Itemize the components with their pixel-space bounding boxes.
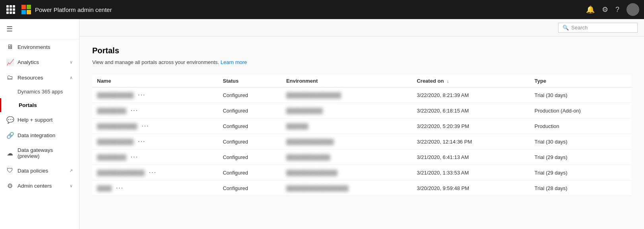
topbar-icons: 🔔 ⚙ ?	[586, 3, 639, 16]
table-row: ██████████ ··· Configured █████████████ …	[92, 134, 631, 149]
admincenters-icon: ⚙	[6, 182, 14, 190]
page-desc-text: View and manage all portals across your …	[92, 59, 219, 65]
learn-more-link[interactable]: Learn more	[221, 59, 247, 65]
cell-type: Production	[530, 118, 631, 134]
notification-icon[interactable]: 🔔	[586, 5, 595, 14]
environment-name: ██████████████	[286, 170, 338, 176]
cell-type: Trial (30 days)	[530, 87, 631, 103]
cell-created-on: 3/21/2020, 1:33:53 AM	[412, 165, 530, 180]
cell-created-on: 3/22/2020, 6:18:15 AM	[412, 103, 530, 118]
cell-type: Production (Add-on)	[530, 103, 631, 118]
table-row: ████████ ··· Configured ██████████ 3/22/…	[92, 103, 631, 118]
col-status: Status	[218, 75, 281, 87]
cell-type: Trial (28 days)	[530, 180, 631, 196]
sidebar-item-dataintegration[interactable]: 🔗 Data integration	[0, 128, 79, 143]
helpsupport-icon: 💬	[6, 116, 14, 124]
sidebar-analytics-label: Analytics	[17, 59, 70, 65]
help-icon[interactable]: ?	[615, 6, 619, 14]
sidebar-datapolicies-label: Data policies	[17, 168, 68, 174]
portal-name: ████████	[97, 154, 126, 160]
cell-status: Configured	[218, 180, 281, 196]
cell-status: Configured	[218, 103, 281, 118]
cell-environment: ██████████	[281, 103, 412, 118]
col-created-on[interactable]: Created on ↓	[412, 75, 530, 87]
page-title: Portals	[92, 46, 631, 55]
row-options-button[interactable]: ···	[138, 138, 145, 145]
hamburger-icon[interactable]: ☰	[6, 25, 13, 33]
environments-icon: 🖥	[6, 43, 14, 50]
sidebar-item-portals[interactable]: Portals	[0, 98, 79, 112]
sidebar-item-dynamics365[interactable]: Dynamics 365 apps	[0, 85, 79, 98]
portal-name: ██████████	[97, 92, 134, 98]
search-icon: 🔍	[563, 25, 569, 31]
cell-created-on: 3/22/2020, 8:21:39 AM	[412, 87, 530, 103]
settings-icon[interactable]: ⚙	[602, 5, 608, 14]
row-options-button[interactable]: ···	[138, 91, 145, 98]
datagateways-icon: ☁	[6, 149, 14, 157]
svg-rect-0	[21, 5, 26, 9]
portal-name: ██████████	[97, 139, 134, 145]
portal-name: █████████████	[97, 170, 145, 176]
cell-type: Trial (30 days)	[530, 134, 631, 149]
environment-name: █████████████	[286, 139, 334, 145]
environment-name: ███████████████	[286, 92, 341, 98]
environment-name: ████████████	[286, 154, 330, 160]
cell-type: Trial (29 days)	[530, 149, 631, 165]
cell-status: Configured	[218, 118, 281, 134]
svg-rect-3	[27, 10, 31, 14]
portals-table: Name Status Environment Created on ↓ Typ…	[92, 75, 631, 196]
sidebar-datagateways-label: Data gateways (preview)	[17, 147, 73, 159]
resources-chevron-icon: ∧	[70, 75, 73, 80]
row-options-button[interactable]: ···	[116, 184, 124, 191]
sidebar-item-environments[interactable]: 🖥 Environments	[0, 39, 79, 54]
sidebar-item-resources[interactable]: 🗂 Resources ∧	[0, 70, 79, 85]
table-row: ████████ ··· Configured ████████████ 3/2…	[92, 149, 631, 165]
user-avatar[interactable]	[627, 3, 639, 16]
cell-status: Configured	[218, 87, 281, 103]
search-box[interactable]: 🔍 Search	[558, 23, 638, 33]
sidebar-item-helpsupport[interactable]: 💬 Help + support	[0, 112, 79, 128]
sidebar-item-datapolicies[interactable]: 🛡 Data policies ↗	[0, 163, 79, 178]
row-options-button[interactable]: ···	[131, 153, 138, 160]
environment-name: ██████████	[286, 108, 323, 114]
sidebar-item-admincenters[interactable]: ⚙ Admin centers ∨	[0, 178, 79, 194]
content-body: Portals View and manage all portals acro…	[80, 37, 644, 229]
content-area: 🔍 Search Portals View and manage all por…	[80, 19, 644, 229]
content-toolbar: 🔍 Search	[80, 19, 644, 37]
sidebar-resources-label: Resources	[17, 75, 70, 81]
row-options-button[interactable]: ···	[142, 122, 149, 129]
sidebar-item-datagateways[interactable]: ☁ Data gateways (preview)	[0, 143, 79, 163]
cell-environment: ██████████████	[281, 165, 412, 180]
portal-name: ███████████	[97, 123, 137, 129]
col-type: Type	[530, 75, 631, 87]
sidebar-header: ☰	[0, 19, 79, 39]
cell-created-on: 3/20/2020, 9:59:48 PM	[412, 180, 530, 196]
environment-name: █████████████████	[286, 185, 349, 191]
sidebar-item-analytics[interactable]: 📈 Analytics ∨	[0, 54, 79, 70]
environment-name: ██████	[286, 123, 308, 129]
cell-environment: ███████████████	[281, 87, 412, 103]
waffle-icon[interactable]	[5, 4, 17, 16]
cell-environment: █████████████	[281, 134, 412, 149]
cell-name: ██████████ ···	[92, 87, 218, 103]
row-options-button[interactable]: ···	[131, 107, 138, 114]
sidebar: ☰ 🖥 Environments 📈 Analytics ∨ 🗂 Resourc…	[0, 19, 80, 229]
cell-name: ████ ···	[92, 180, 218, 196]
sidebar-dataintegration-label: Data integration	[17, 132, 73, 138]
portal-name: ████	[97, 185, 112, 191]
cell-environment: █████████████████	[281, 180, 412, 196]
table-row: ████ ··· Configured █████████████████ 3/…	[92, 180, 631, 196]
col-environment: Environment	[281, 75, 412, 87]
row-options-button[interactable]: ···	[149, 169, 157, 176]
cell-environment: ████████████	[281, 149, 412, 165]
analytics-chevron-icon: ∨	[70, 60, 73, 65]
page-description: View and manage all portals across your …	[92, 59, 631, 65]
microsoft-logo	[21, 5, 31, 14]
cell-status: Configured	[218, 149, 281, 165]
sidebar-helpsupport-label: Help + support	[17, 117, 73, 123]
search-label: Search	[571, 25, 588, 31]
cell-environment: ██████	[281, 118, 412, 134]
svg-rect-1	[27, 5, 31, 9]
cell-created-on: 3/22/2020, 12:14:36 PM	[412, 134, 530, 149]
resources-icon: 🗂	[6, 74, 14, 81]
